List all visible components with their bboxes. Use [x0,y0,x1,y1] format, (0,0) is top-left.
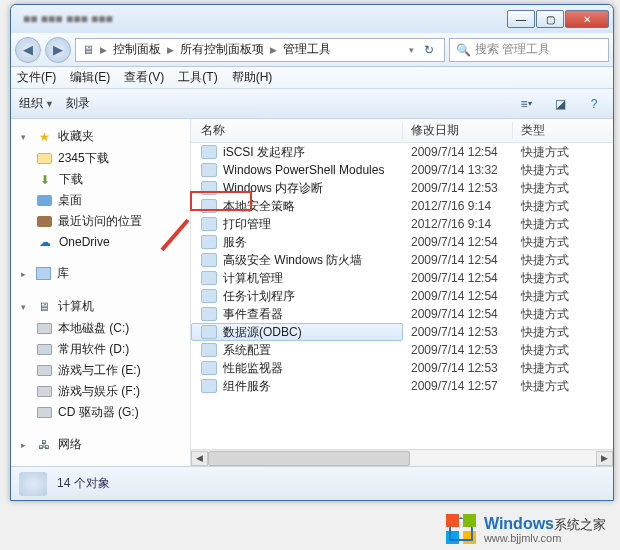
sidebar-item-recent[interactable]: 最近访问的位置 [17,211,190,232]
sidebar-drive-e[interactable]: 游戏与工作 (E:) [17,360,190,381]
list-item[interactable]: 事件查看器2009/7/14 12:54快捷方式 [191,305,613,323]
crumb-admin-tools[interactable]: 管理工具 [281,41,333,58]
drive-icon [37,365,52,376]
list-item[interactable]: 组件服务2009/7/14 12:57快捷方式 [191,377,613,395]
scroll-left-button[interactable]: ◀ [191,451,208,466]
item-date: 2009/7/14 12:57 [403,379,513,393]
close-button[interactable]: ✕ [565,10,609,28]
item-name: 计算机管理 [223,270,283,287]
forward-button[interactable]: ▶ [45,37,71,63]
sidebar-item-2345download[interactable]: 2345下载 [17,148,190,169]
libraries-group[interactable]: ▸库 [17,262,190,285]
shortcut-icon [201,253,217,267]
menu-help[interactable]: 帮助(H) [232,69,273,86]
shortcut-icon [201,379,217,393]
shortcut-icon [201,325,217,339]
sidebar-drive-f[interactable]: 游戏与娱乐 (F:) [17,381,190,402]
drive-icon [37,344,52,355]
shortcut-icon [201,235,217,249]
network-group[interactable]: ▸🖧网络 [17,433,190,456]
file-list[interactable]: iSCSI 发起程序2009/7/14 12:54快捷方式Windows Pow… [191,143,613,449]
list-item[interactable]: 系统配置2009/7/14 12:53快捷方式 [191,341,613,359]
list-item[interactable]: iSCSI 发起程序2009/7/14 12:54快捷方式 [191,143,613,161]
item-date: 2009/7/14 12:54 [403,145,513,159]
shortcut-icon [201,199,217,213]
list-item[interactable]: Windows PowerShell Modules2009/7/14 13:3… [191,161,613,179]
minimize-button[interactable]: — [507,10,535,28]
refresh-button[interactable]: ↻ [418,43,440,57]
watermark-brand: Windows [484,515,554,532]
search-icon: 🔍 [456,43,471,57]
item-date: 2009/7/14 13:32 [403,163,513,177]
shortcut-icon [201,181,217,195]
search-input[interactable]: 🔍 搜索 管理工具 [449,38,609,62]
explorer-window: ■■ ■■■ ■■■ ■■■ — ▢ ✕ ◀ ▶ 🖥 ▶ 控制面板 ▶ 所有控制… [10,4,614,501]
organize-button[interactable]: 组织 ▼ [19,95,54,112]
computer-group[interactable]: ▾🖥计算机 [17,295,190,318]
item-name: 任务计划程序 [223,288,295,305]
list-item[interactable]: 计算机管理2009/7/14 12:54快捷方式 [191,269,613,287]
crumb-all-items[interactable]: 所有控制面板项 [178,41,266,58]
menu-file[interactable]: 文件(F) [17,69,56,86]
item-type: 快捷方式 [513,288,613,305]
sidebar-drive-c[interactable]: 本地磁盘 (C:) [17,318,190,339]
list-item[interactable]: 打印管理2012/7/16 9:14快捷方式 [191,215,613,233]
item-date: 2012/7/16 9:14 [403,199,513,213]
item-date: 2009/7/14 12:53 [403,181,513,195]
sidebar-item-downloads[interactable]: ⬇下载 [17,169,190,190]
menu-tools[interactable]: 工具(T) [178,69,217,86]
column-type[interactable]: 类型 [513,122,613,139]
breadcrumb[interactable]: 🖥 ▶ 控制面板 ▶ 所有控制面板项 ▶ 管理工具 ▾ ↻ [75,38,445,62]
item-date: 2009/7/14 12:54 [403,253,513,267]
shortcut-icon [201,271,217,285]
sidebar-item-onedrive[interactable]: ☁OneDrive [17,232,190,252]
menu-view[interactable]: 查看(V) [124,69,164,86]
menu-edit[interactable]: 编辑(E) [70,69,110,86]
list-item[interactable]: 任务计划程序2009/7/14 12:54快捷方式 [191,287,613,305]
titlebar: ■■ ■■■ ■■■ ■■■ — ▢ ✕ [11,5,613,33]
list-item[interactable]: 数据源(ODBC)2009/7/14 12:53快捷方式 [191,323,613,341]
favorites-group[interactable]: ▾★收藏夹 [17,125,190,148]
view-options-button[interactable]: ≡▾ [515,94,537,114]
sidebar-drive-g[interactable]: CD 驱动器 (G:) [17,402,190,423]
burn-button[interactable]: 刻录 [66,95,90,112]
horizontal-scrollbar[interactable]: ◀ ▶ [191,449,613,466]
item-type: 快捷方式 [513,342,613,359]
help-button[interactable]: ? [583,94,605,114]
maximize-button[interactable]: ▢ [536,10,564,28]
item-name: 事件查看器 [223,306,283,323]
title-text: ■■ ■■■ ■■■ ■■■ [15,12,506,26]
preview-pane-button[interactable]: ◪ [549,94,571,114]
item-type: 快捷方式 [513,180,613,197]
command-bar: 组织 ▼ 刻录 ≡▾ ◪ ? [11,89,613,119]
status-count: 14 个对象 [57,475,110,492]
column-name[interactable]: 名称 [191,122,403,139]
item-date: 2009/7/14 12:54 [403,235,513,249]
drive-icon [37,386,52,397]
list-item[interactable]: Windows 内存诊断2009/7/14 12:53快捷方式 [191,179,613,197]
item-type: 快捷方式 [513,378,613,395]
sidebar-drive-d[interactable]: 常用软件 (D:) [17,339,190,360]
column-headers: 名称 修改日期 类型 [191,119,613,143]
chevron-down-icon[interactable]: ▾ [407,45,416,55]
item-date: 2009/7/14 12:54 [403,271,513,285]
drive-icon [37,407,52,418]
file-list-pane: 名称 修改日期 类型 iSCSI 发起程序2009/7/14 12:54快捷方式… [191,119,613,466]
shortcut-icon [201,307,217,321]
item-name: Windows PowerShell Modules [223,163,384,177]
column-date[interactable]: 修改日期 [403,122,513,139]
crumb-control-panel[interactable]: 控制面板 [111,41,163,58]
scroll-right-button[interactable]: ▶ [596,451,613,466]
scroll-thumb[interactable] [208,451,410,466]
item-type: 快捷方式 [513,234,613,251]
item-name: 打印管理 [223,216,271,233]
drive-icon [37,323,52,334]
scroll-track[interactable] [208,451,596,466]
list-item[interactable]: 高级安全 Windows 防火墙2009/7/14 12:54快捷方式 [191,251,613,269]
list-item[interactable]: 性能监视器2009/7/14 12:53快捷方式 [191,359,613,377]
sidebar-item-desktop[interactable]: 桌面 [17,190,190,211]
back-button[interactable]: ◀ [15,37,41,63]
recent-icon [37,216,52,227]
list-item[interactable]: 本地安全策略2012/7/16 9:14快捷方式 [191,197,613,215]
list-item[interactable]: 服务2009/7/14 12:54快捷方式 [191,233,613,251]
